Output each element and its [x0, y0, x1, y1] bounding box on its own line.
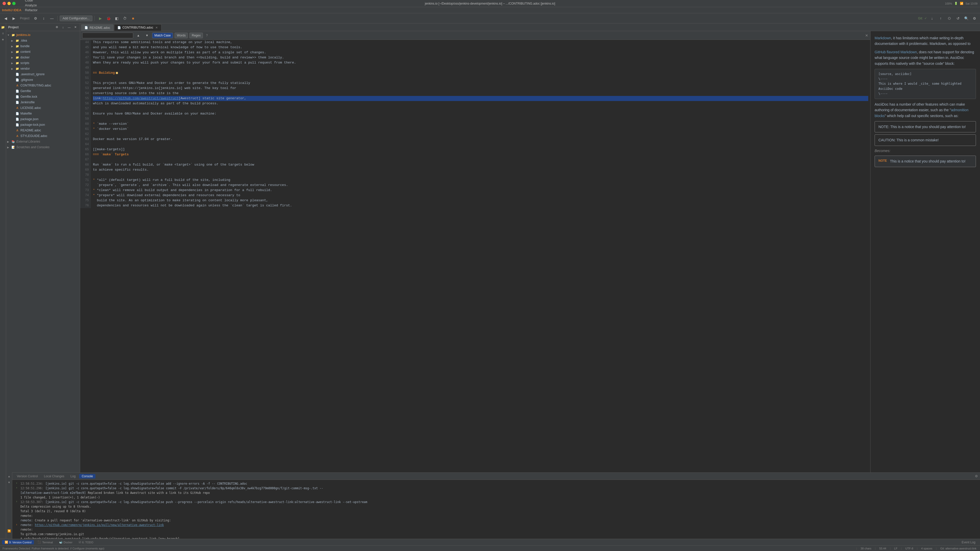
code-line-67 [93, 157, 868, 162]
tab-console[interactable]: Console [79, 474, 95, 478]
sidebar-collapse-btn[interactable]: — [67, 25, 72, 30]
words-button[interactable]: Words [175, 33, 188, 38]
stop-button[interactable]: ■ [129, 15, 137, 22]
match-case-button[interactable]: Match Case [152, 33, 173, 38]
structure-icon[interactable]: ≡ [0, 30, 6, 36]
console-timestamp: 12:58:51.296: [21, 486, 43, 491]
sidebar-item--gitignore[interactable]: 📄.gitignore [6, 77, 80, 83]
tab-contributing[interactable]: 📄 CONTRIBUTING.adoc ✕ [114, 24, 162, 31]
sidebar-item-contributing-adoc[interactable]: ACONTRIBUTING.adoc [6, 83, 80, 88]
navigate-forward-button[interactable]: ▶ [10, 15, 18, 22]
code-line-64 [93, 142, 868, 147]
menu-item-code[interactable]: Code [23, 0, 40, 3]
bottom-bar-version-control[interactable]: 🔀 9: Version Control [2, 540, 34, 545]
menu-item-refactor[interactable]: Refactor [23, 8, 40, 13]
sidebar-item-readme-adoc[interactable]: AREADME.adoc [6, 127, 80, 133]
tab-contributing-close[interactable]: ✕ [155, 26, 158, 29]
sidebar-item--idea[interactable]: ▶📁.idea [6, 38, 80, 43]
settings-main-button[interactable]: ⚙ [971, 15, 978, 22]
sidebar-item-external-libraries[interactable]: ▶📚External Libraries [6, 139, 80, 144]
code-line-55: link:https://github.com/awestruct/awestr… [93, 96, 868, 101]
sidebar-item-license-adoc[interactable]: ALICENSE.adoc [6, 105, 80, 111]
tab-version-control[interactable]: Version Control [14, 474, 40, 478]
sidebar-item-gemfile-lock[interactable]: 📄Gemfile.lock [6, 94, 80, 100]
sidebar-item-content[interactable]: ▶📁content [6, 49, 80, 55]
line-number-51: 51 [82, 76, 89, 81]
bottom-bar-docker[interactable]: 🐋 Docker [56, 540, 75, 545]
project-icon[interactable]: 📁 [0, 24, 6, 30]
profile-button[interactable]: ⏱ [121, 15, 128, 22]
debug-button[interactable]: 🐞 [105, 15, 112, 22]
status-chars: 38 chars [859, 547, 872, 550]
regex-button[interactable]: Regex [189, 33, 203, 38]
markdown-link[interactable]: Markdown [875, 36, 891, 40]
search-everywhere-button[interactable]: 🔍 [963, 15, 970, 22]
code-line-68: Run `make` to run a full build, or `make… [93, 162, 868, 167]
menu-item-analyze[interactable]: Analyze [23, 3, 40, 8]
code-line-69: to achieve specific results. [93, 167, 868, 172]
fullscreen-button[interactable] [12, 2, 16, 5]
search-input[interactable] [82, 33, 133, 38]
sidebar-item-package-json[interactable]: 📄package.json [6, 116, 80, 122]
filter-icon[interactable]: 🔽 [6, 528, 12, 534]
sidebar-header: Project ⚙ ↕ — ✕ [6, 24, 80, 31]
bottom-settings-icon[interactable]: ⚙ [975, 474, 978, 478]
sidebar-item-scratches-and-consoles[interactable]: ▶📝Scratches and Consoles [6, 144, 80, 150]
bottom-bar-todo[interactable]: ☑ 6: TODO [76, 540, 96, 545]
sidebar-item-vendor[interactable]: ▶📁vendor [6, 66, 80, 71]
caution-example-block: CAUTION: This is a common mistake! [875, 135, 976, 146]
line-number-45: 45 [82, 45, 89, 50]
sync-button[interactable]: ↕ [40, 15, 47, 22]
favorites-icon[interactable]: ★ [0, 37, 6, 42]
sidebar-item-bundle[interactable]: ▶📁bundle [6, 43, 80, 49]
search-next-button[interactable]: ▼ [143, 32, 151, 39]
sidebar-close-btn[interactable]: ✕ [73, 25, 78, 30]
console-command: git -c core.quotepath=false -c log.showS… [68, 481, 247, 486]
search-close-button[interactable]: ✕ [865, 33, 868, 38]
git-history-button[interactable]: ⏲ [946, 15, 953, 22]
run-button[interactable]: ▶ [97, 15, 104, 22]
sidebar-controls: ⚙ ↕ — ✕ [54, 25, 78, 30]
event-log-btn[interactable]: Event Log [959, 540, 978, 545]
coverage-button[interactable]: ◧ [113, 15, 120, 22]
collapse-button[interactable]: — [48, 15, 56, 22]
git-push-button[interactable]: ↑ [937, 15, 944, 22]
search-prev-button[interactable]: ▲ [135, 32, 142, 39]
sidebar-item-package-lock-json[interactable]: 📄package-lock.json [6, 122, 80, 127]
sidebar-sync-btn[interactable]: ↕ [60, 25, 65, 30]
tab-readme[interactable]: 📄 README.adoc [81, 24, 114, 31]
minimize-button[interactable] [7, 2, 11, 5]
code-content[interactable]: 4445464748495051525354555657585960616263… [80, 40, 870, 472]
scroll-up-icon[interactable]: ▲ [6, 473, 12, 479]
sidebar-tree: ▼ 📁 jenkins.io ▶📁.idea▶📁bundle▶📁content▶… [6, 31, 80, 472]
console-link[interactable]: https://github.com/romenrg/jenkins.io/pu… [35, 523, 164, 527]
right-panel-para2: GitHub flavored Markdown, does not have … [875, 49, 976, 66]
sidebar-settings-btn[interactable]: ⚙ [54, 25, 59, 30]
scroll-down-icon[interactable]: ▼ [6, 480, 12, 485]
close-button[interactable] [3, 2, 6, 5]
sidebar-root-item[interactable]: ▼ 📁 jenkins.io [6, 32, 80, 38]
sidebar-item-scripts[interactable]: ▶📁scripts [6, 60, 80, 66]
line-numbers: 4445464748495051525354555657585960616263… [80, 40, 91, 208]
git-revert-button[interactable]: ↺ [955, 15, 962, 22]
sidebar-item-makefile[interactable]: 📄Makefile [6, 111, 80, 116]
tab-local-changes[interactable]: Local Changes [41, 474, 67, 478]
title-bar: jenkins.io [~/Desktop/oss/jenkins-develo… [0, 0, 980, 7]
tree-item-icon: 📄 [15, 123, 19, 127]
git-update-button[interactable]: ↓ [928, 15, 935, 22]
sidebar-item--awestruct-ignore[interactable]: 📄.awestruct_ignore [6, 71, 80, 77]
bottom-bar-terminal[interactable]: ⬛ Terminal [35, 540, 56, 545]
settings-button[interactable]: ⚙ [32, 15, 39, 22]
sidebar-item-jenkinsfile[interactable]: 📄Jenkinsfile [6, 100, 80, 105]
admonition-blocks-link[interactable]: admonition blocks [875, 108, 969, 118]
tab-log[interactable]: Log [68, 474, 78, 478]
status-encoding: UTF-8 [904, 547, 914, 550]
sidebar-item-docker[interactable]: ▶📁docker [6, 55, 80, 60]
line-number-54: 54 [82, 91, 89, 96]
add-configuration-button[interactable]: Add Configuration... [60, 16, 92, 21]
code-line-61: * `docker version` [93, 127, 868, 132]
sidebar-item-gemfile[interactable]: 📄Gemfile [6, 88, 80, 94]
github-markdown-link[interactable]: GitHub flavored Markdown [875, 50, 917, 54]
sidebar-item-styleguide-adoc[interactable]: ASTYLEGUIDE.adoc [6, 133, 80, 139]
navigate-back-button[interactable]: ◀ [2, 15, 9, 22]
